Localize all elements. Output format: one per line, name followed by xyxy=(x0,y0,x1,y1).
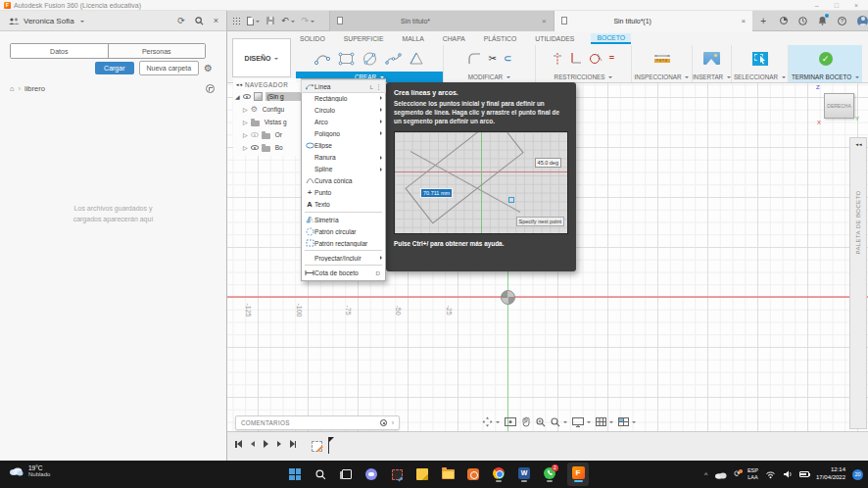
visibility-eye-icon[interactable] xyxy=(251,132,259,137)
offset-tool-icon[interactable]: ⊂ xyxy=(504,54,511,64)
collapse-panel-icon[interactable]: ◄◄ xyxy=(235,82,242,87)
measure-tool-icon[interactable] xyxy=(653,54,671,64)
viewcube-face[interactable]: DERECHA xyxy=(824,93,854,119)
extensions-icon[interactable] xyxy=(780,17,788,24)
onedrive-icon[interactable] xyxy=(714,470,727,479)
spline-tool-icon[interactable] xyxy=(385,51,402,67)
fillet-tool-icon[interactable] xyxy=(467,51,482,66)
undo-button[interactable]: ↶ xyxy=(281,17,295,25)
taskbar-search-button[interactable] xyxy=(313,464,328,485)
language-indicator[interactable]: ESPLAA xyxy=(747,467,758,480)
menu-item-linea[interactable]: Línea L ⋮ xyxy=(302,80,385,92)
display-settings-button[interactable] xyxy=(572,417,591,427)
volume-icon[interactable] xyxy=(783,470,793,478)
menu-item-simetria[interactable]: Simetría xyxy=(302,214,385,225)
ribbon-tab-solido[interactable]: SOLIDO xyxy=(298,34,327,43)
pan-tool-button[interactable] xyxy=(521,416,531,427)
line-tool-icon[interactable] xyxy=(314,51,331,67)
ribbon-tab-plastico[interactable]: PLÁSTICO xyxy=(482,34,519,43)
skip-to-start-button[interactable] xyxy=(235,440,242,448)
tangent-constraint-icon[interactable] xyxy=(589,52,603,66)
comment-marker-icon[interactable] xyxy=(380,419,387,426)
viewcube[interactable]: Z DERECHA X Y xyxy=(815,86,860,127)
menu-item-rectangulo[interactable]: Rectángulo xyxy=(302,92,385,104)
tree-arrow-icon[interactable]: ▷ xyxy=(243,131,248,138)
chrome-button[interactable] xyxy=(491,464,506,485)
document-tab-active[interactable]: Sin título*(1) × xyxy=(555,11,753,31)
home-icon[interactable]: ⌂ xyxy=(10,84,15,93)
expand-palette-icon[interactable]: ◄◄ xyxy=(855,142,862,147)
orbit-tool-button[interactable] xyxy=(482,416,500,427)
ribbon-tab-superficie[interactable]: SUPERFICIE xyxy=(342,34,386,43)
visibility-eye-icon[interactable] xyxy=(251,145,259,150)
task-view-button[interactable] xyxy=(338,464,354,485)
polygon-tool-icon[interactable] xyxy=(409,51,424,67)
new-tab-button[interactable]: + xyxy=(760,16,766,26)
timeline-position-marker[interactable] xyxy=(328,437,329,454)
data-grid-icon[interactable] xyxy=(206,84,215,93)
avatar[interactable] xyxy=(857,16,868,26)
tray-expand-icon[interactable]: ^ xyxy=(704,471,707,478)
tree-arrow-icon[interactable]: ▷ xyxy=(243,119,248,125)
finish-sketch-icon[interactable]: ✓ xyxy=(819,52,833,66)
menu-item-spline[interactable]: Spline xyxy=(302,164,385,175)
user-name[interactable]: Veronica Sofia xyxy=(24,17,74,25)
origin-marker[interactable] xyxy=(501,290,515,305)
close-tab-icon[interactable]: × xyxy=(741,17,746,25)
help-icon[interactable]: ? xyxy=(838,17,846,25)
file-menu-button[interactable] xyxy=(247,17,260,25)
teams-chat-button[interactable] xyxy=(363,464,379,485)
close-tab-icon[interactable]: × xyxy=(542,17,547,25)
play-button[interactable] xyxy=(264,440,268,448)
maximize-button[interactable]: □ xyxy=(835,2,839,9)
notification-count-badge[interactable]: 20 xyxy=(852,469,863,480)
snipping-tool-button[interactable] xyxy=(389,464,405,485)
visibility-eye-icon[interactable] xyxy=(243,94,251,99)
insert-image-icon[interactable] xyxy=(703,52,720,65)
group-label-restricciones[interactable]: RESTRICCIONES xyxy=(536,72,631,82)
menu-item-arco[interactable]: Arco xyxy=(302,116,385,127)
expand-icon[interactable]: ◢ xyxy=(235,93,240,100)
sketch-palette-strip[interactable]: ◄◄ PALETA DE BOCETO xyxy=(849,137,867,429)
wifi-icon[interactable] xyxy=(765,470,776,479)
sync-icon[interactable]: ⟳ xyxy=(734,470,741,478)
weather-widget[interactable]: 19°CNublado xyxy=(8,464,50,477)
battery-icon[interactable] xyxy=(799,471,809,477)
menu-item-poligono[interactable]: Polígono xyxy=(302,127,385,139)
menu-item-cota-de-boceto[interactable]: Cota de boceto D xyxy=(302,267,385,278)
perpendicular-constraint-icon[interactable] xyxy=(569,52,582,65)
sketch-feature-icon[interactable] xyxy=(312,441,322,452)
circle-tool-icon[interactable] xyxy=(362,51,378,67)
menu-item-curva-conica[interactable]: Curva cónica xyxy=(302,175,385,187)
ribbon-tab-malla[interactable]: MALLA xyxy=(400,34,425,43)
recorder-app-button[interactable] xyxy=(465,464,481,485)
search-icon[interactable] xyxy=(195,17,204,25)
fusion360-taskbar-button[interactable]: F xyxy=(567,463,589,486)
viewports-button[interactable] xyxy=(618,417,636,426)
ribbon-tab-utilidades[interactable]: UTILIDADES xyxy=(533,34,576,43)
upload-button[interactable]: Cargar xyxy=(95,62,133,74)
save-icon[interactable] xyxy=(266,17,274,24)
trim-tool-icon[interactable]: ✂ xyxy=(489,54,497,64)
comments-bar[interactable]: COMENTARIOS › xyxy=(235,415,400,430)
tab-datos[interactable]: Datos xyxy=(11,44,108,58)
word-button[interactable]: W xyxy=(516,464,532,485)
look-at-tool-button[interactable] xyxy=(505,417,516,426)
group-label-inspeccionar[interactable]: INSPECCIONAR xyxy=(632,72,692,82)
group-label-seleccionar[interactable]: SELECCIONAR xyxy=(732,72,788,82)
group-label-terminar-boceto[interactable]: TERMINAR BOCETO xyxy=(789,72,862,82)
grid-settings-button[interactable] xyxy=(596,417,613,426)
notifications-bell-icon[interactable] xyxy=(818,16,827,25)
step-back-button[interactable] xyxy=(251,441,255,447)
rectangle-tool-icon[interactable] xyxy=(338,51,355,67)
step-forward-button[interactable] xyxy=(277,441,281,447)
breadcrumb-folder[interactable]: librero xyxy=(24,84,45,93)
timeline-sketch-marker[interactable] xyxy=(312,437,329,454)
minimize-button[interactable]: – xyxy=(815,2,819,9)
whatsapp-button[interactable]: 2 xyxy=(542,464,557,485)
tree-arrow-icon[interactable]: ▷ xyxy=(243,144,248,151)
menu-item-patron-rectangular[interactable]: Patrón rectangular xyxy=(302,237,385,249)
zoom-window-tool-button[interactable] xyxy=(551,417,567,427)
document-tab-inactive[interactable]: Sin título* × xyxy=(329,11,555,31)
group-label-insertar[interactable]: INSERTAR xyxy=(693,72,731,82)
